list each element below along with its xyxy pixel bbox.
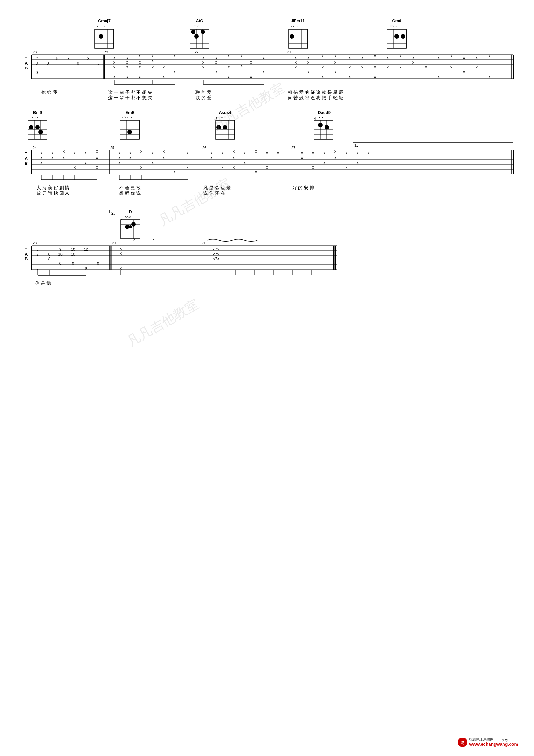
tab-note: x xyxy=(476,65,478,69)
tab-note: x xyxy=(233,165,235,170)
tab-note: x xyxy=(114,74,115,79)
chord-dot xyxy=(125,225,129,229)
tab-note: x xyxy=(307,60,309,65)
tab-note: x xyxy=(349,65,351,69)
tab-note: x xyxy=(361,55,363,60)
tab-note: x xyxy=(241,63,242,68)
tab-note: x xyxy=(295,60,296,65)
chord-dot xyxy=(290,34,294,39)
tab-note: 8 xyxy=(48,257,51,261)
tab-note: x xyxy=(322,54,323,58)
tab-note: x xyxy=(307,70,309,74)
tab-label-a: A xyxy=(25,61,28,66)
tab-note: x xyxy=(152,54,154,58)
tab-note: x xyxy=(118,156,120,160)
tab-note: x xyxy=(399,54,401,58)
tab-note: 0 xyxy=(37,266,39,270)
tab-note: x xyxy=(163,149,165,154)
tab-note: x xyxy=(438,74,440,79)
chord-dot xyxy=(401,34,405,39)
tab-note: x xyxy=(357,151,359,155)
chord-dot xyxy=(131,222,136,227)
tab-note: x xyxy=(96,149,98,154)
chord-name-bm9: Bm9 xyxy=(33,110,42,115)
lyrics-row2-line2a: 放 开 请 快 回 来 xyxy=(37,191,69,196)
tab-note-harmonic: <7> xyxy=(213,252,220,256)
tab-note: 0 xyxy=(36,70,38,75)
tab-note: x xyxy=(412,60,414,65)
tab-note: 0 xyxy=(60,261,62,266)
tab-note: x xyxy=(152,65,154,69)
tab-note: x xyxy=(307,55,309,60)
tab-note: x xyxy=(312,151,314,155)
tab-note: x xyxy=(450,54,452,58)
tab-note: x xyxy=(349,55,351,60)
lyrics-row1-line1d: 相 信 爱 的 征 途 就 是 星 辰 xyxy=(288,90,343,95)
tab-note: x xyxy=(361,65,363,69)
tab-note: x xyxy=(118,151,120,155)
tab-note: x xyxy=(295,55,296,60)
tab-note: x xyxy=(152,151,154,155)
tab-note: x xyxy=(476,55,478,60)
tab-note: x xyxy=(323,151,325,155)
tab-label-b2: B xyxy=(25,161,28,166)
strum-marker: ^ xyxy=(153,238,155,243)
tab-note: x xyxy=(266,151,268,155)
chord-dot xyxy=(394,34,399,39)
lyrics-row2-line1b: 不 会 更 改 xyxy=(119,185,141,190)
tab-label-t2: T xyxy=(25,151,27,156)
strum-marker: ^ xyxy=(134,238,136,243)
tab-note: 0 xyxy=(97,261,99,266)
chord-dot xyxy=(99,34,103,39)
tab-note: 0 xyxy=(77,61,79,66)
chord-dot xyxy=(38,130,43,134)
chord-dot xyxy=(191,30,195,34)
chord-dot xyxy=(194,34,199,39)
tab-note-harmonic: <7> xyxy=(213,257,220,261)
tab-note: x xyxy=(334,60,336,65)
tab-note: x xyxy=(139,54,141,58)
tab-note: x xyxy=(374,65,376,69)
tab-note: x xyxy=(277,151,279,155)
tab-note: x xyxy=(312,165,314,170)
tab-note: x xyxy=(114,65,115,69)
tab-note: x xyxy=(263,70,265,74)
measure-21: 21 xyxy=(105,50,109,54)
tab-note: x xyxy=(357,160,359,165)
tab-note: x xyxy=(139,65,141,69)
tab-note: 10 xyxy=(71,247,75,252)
tab-note: x xyxy=(438,55,440,60)
tab-note: 8 xyxy=(88,56,89,61)
tab-note: x xyxy=(387,65,389,69)
tab-note: x xyxy=(74,151,76,155)
tab-note: x xyxy=(120,266,122,270)
vibrato-line xyxy=(207,239,258,241)
tab-note: x xyxy=(211,156,212,160)
tab-label-b3: B xyxy=(25,256,28,261)
lyrics-row3-line1: 你 是 我 xyxy=(35,281,51,286)
tab-note: 2 xyxy=(36,56,38,61)
logo-icon: 易 xyxy=(458,738,467,747)
tab-note: x xyxy=(221,151,223,155)
tab-note: x xyxy=(129,151,131,155)
chord-name-gm6: Gm6 xyxy=(392,18,401,23)
chord-fret-label: 4 xyxy=(314,117,316,121)
tab-label-a3: A xyxy=(25,252,28,256)
tab-note: x xyxy=(139,60,141,65)
measure-27: 27 xyxy=(292,146,295,149)
tab-note: x xyxy=(233,149,235,154)
lyrics-row1-line1b: 这 一 辈 子 都 不 想 失 xyxy=(108,90,152,95)
tab-note: x xyxy=(322,74,323,79)
tab-note: x xyxy=(301,151,303,155)
tab-note: x xyxy=(52,151,53,155)
chord-name-dadd9: Dadd9 xyxy=(318,110,331,115)
measure-28: 28 xyxy=(33,241,37,245)
notation-svg: Gmaj7 ×○○○ A/G × × #Fm11 ×× ○○ xyxy=(19,13,515,585)
tab-note: 0 xyxy=(47,61,49,66)
tab-note: 12 xyxy=(84,247,88,252)
tab-note: x xyxy=(85,151,87,155)
tab-note: x xyxy=(228,54,230,58)
lyrics-row2-line1d: 好 的 安 排 xyxy=(292,185,314,190)
tab-note: x xyxy=(211,151,212,155)
tab-note: x xyxy=(255,170,257,175)
